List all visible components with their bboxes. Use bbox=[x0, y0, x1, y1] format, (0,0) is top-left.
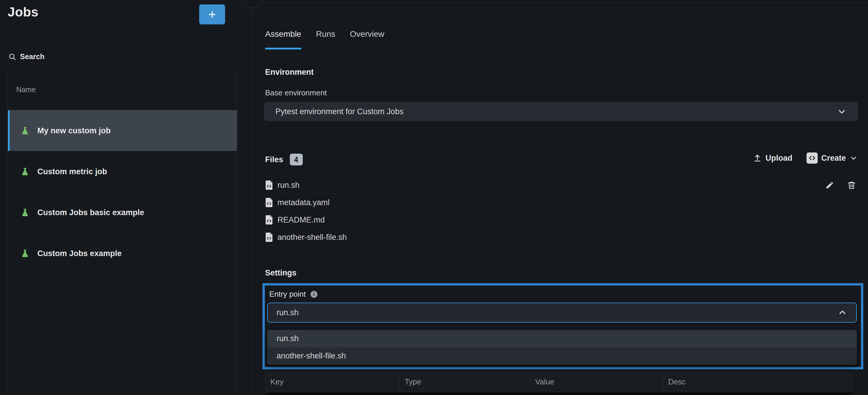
entry-point-options-dropdown: run.sh another-shell-file.sh bbox=[267, 330, 857, 365]
entry-point-label: Entry point bbox=[269, 290, 306, 299]
file-row-metadata-yaml[interactable]: metadata.yaml bbox=[265, 194, 858, 211]
tab-overview[interactable]: Overview bbox=[350, 29, 384, 50]
info-icon[interactable] bbox=[310, 290, 318, 299]
file-code-icon bbox=[265, 198, 273, 208]
job-name: My new custom job bbox=[37, 126, 111, 135]
upload-label: Upload bbox=[765, 154, 793, 163]
chevron-down-icon bbox=[837, 107, 847, 117]
upload-button[interactable]: Upload bbox=[753, 154, 793, 163]
create-label: Create bbox=[821, 154, 846, 163]
file-row-run-sh[interactable]: run.sh bbox=[265, 177, 858, 194]
file-code-icon bbox=[265, 180, 273, 190]
list-column-header: Name bbox=[8, 69, 237, 110]
code-square-icon bbox=[806, 152, 818, 164]
job-row-custom-jobs-example[interactable]: Custom Jobs example bbox=[8, 233, 237, 274]
job-row-my-new-custom-job[interactable]: My new custom job bbox=[8, 110, 237, 151]
column-header-value: Value bbox=[530, 372, 663, 392]
settings-heading: Settings bbox=[265, 268, 297, 278]
jobs-list-panel: Name My new custom job Custom metric job bbox=[8, 68, 237, 395]
job-row-custom-metric-job[interactable]: Custom metric job bbox=[8, 151, 237, 192]
search-label: Search bbox=[20, 52, 44, 61]
chevron-down-icon bbox=[849, 154, 858, 162]
file-row-another-shell-file-sh[interactable]: another-shell-file.sh bbox=[265, 229, 858, 246]
flask-icon bbox=[20, 208, 30, 217]
delete-file-button[interactable] bbox=[847, 181, 856, 189]
file-name: another-shell-file.sh bbox=[277, 233, 858, 242]
file-code-icon bbox=[265, 232, 273, 242]
flask-icon bbox=[20, 249, 30, 258]
edit-file-button[interactable] bbox=[825, 181, 834, 189]
option-another-shell-file-sh[interactable]: another-shell-file.sh bbox=[267, 347, 857, 365]
job-name: Custom Jobs example bbox=[37, 249, 122, 258]
tab-assemble[interactable]: Assemble bbox=[265, 29, 301, 50]
content-top-border bbox=[260, 3, 868, 3]
tab-label: Runs bbox=[316, 29, 335, 38]
base-environment-value: Pytest environment for Custom Jobs bbox=[275, 107, 837, 116]
file-name: metadata.yaml bbox=[277, 198, 858, 207]
file-code-icon bbox=[265, 215, 273, 225]
page-title: Jobs bbox=[8, 5, 38, 20]
create-file-button[interactable]: Create bbox=[806, 152, 858, 164]
flask-icon bbox=[20, 126, 30, 135]
column-header-desc: Desc bbox=[663, 372, 797, 392]
file-name: README.md bbox=[277, 215, 858, 224]
params-table-header: Key Type Value Desc bbox=[266, 372, 852, 392]
entry-point-combobox[interactable]: run.sh bbox=[267, 303, 857, 323]
trash-icon bbox=[847, 181, 856, 189]
jobs-sidebar: Jobs + Search Name My new custom job bbox=[0, 0, 244, 395]
search-toggle[interactable]: Search bbox=[8, 52, 44, 61]
params-table-body-row bbox=[266, 392, 852, 395]
detail-tabs: Assemble Runs Overview bbox=[265, 29, 384, 50]
column-header-empty bbox=[797, 372, 852, 392]
tab-label: Assemble bbox=[265, 29, 301, 38]
base-environment-select[interactable]: Pytest environment for Custom Jobs bbox=[265, 102, 858, 121]
panel-divider bbox=[252, 0, 252, 395]
file-row-readme-md[interactable]: README.md bbox=[265, 211, 858, 229]
entry-point-field-label: Entry point bbox=[269, 290, 318, 299]
sidebar-collapse-handle[interactable] bbox=[243, 0, 261, 8]
plus-icon: + bbox=[208, 8, 216, 21]
base-environment-label: Base environment bbox=[265, 88, 327, 97]
upload-icon bbox=[753, 154, 762, 162]
tab-runs[interactable]: Runs bbox=[316, 29, 335, 50]
files-header: Files 4 bbox=[265, 154, 303, 165]
add-job-button[interactable]: + bbox=[199, 4, 225, 24]
column-header-key: Key bbox=[266, 372, 400, 392]
chevron-up-icon[interactable] bbox=[837, 308, 847, 317]
job-name: Custom metric job bbox=[37, 167, 107, 176]
job-row-custom-jobs-basic-example[interactable]: Custom Jobs basic example bbox=[8, 192, 237, 233]
tab-label: Overview bbox=[350, 29, 384, 38]
entry-point-value: run.sh bbox=[277, 308, 837, 317]
pencil-icon bbox=[825, 181, 834, 189]
empty-list-area bbox=[8, 274, 237, 380]
search-icon bbox=[8, 53, 17, 61]
files-heading: Files bbox=[265, 155, 283, 164]
environment-heading: Environment bbox=[265, 68, 314, 77]
job-name: Custom Jobs basic example bbox=[37, 208, 144, 217]
files-actions: Upload Create bbox=[747, 152, 858, 164]
file-name: run.sh bbox=[277, 181, 821, 190]
option-run-sh[interactable]: run.sh bbox=[267, 330, 857, 347]
column-header-type: Type bbox=[400, 372, 530, 392]
active-tab-underline bbox=[265, 48, 301, 50]
flask-icon bbox=[20, 167, 30, 176]
files-count-badge: 4 bbox=[290, 154, 303, 165]
